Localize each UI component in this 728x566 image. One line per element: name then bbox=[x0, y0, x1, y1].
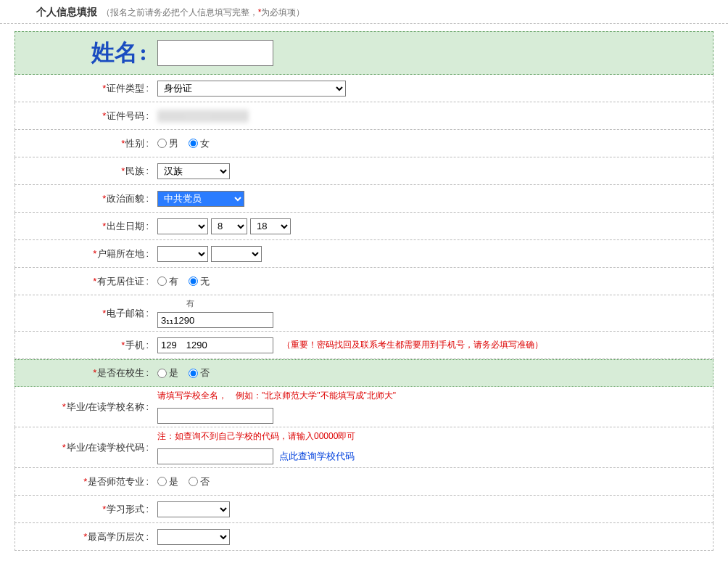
row-edulevel: *最高学历层次: bbox=[15, 523, 713, 551]
select-ethnic[interactable]: 汉族 bbox=[157, 163, 230, 179]
label-huji: 户籍所在地 bbox=[97, 248, 144, 259]
select-huji-prov[interactable] bbox=[157, 246, 208, 262]
label-name: 姓名: bbox=[15, 37, 153, 69]
input-phone[interactable] bbox=[157, 337, 273, 353]
select-edulevel[interactable] bbox=[157, 529, 230, 545]
row-idnum: *证件号码: · · · · · · · · · · · · bbox=[15, 102, 713, 130]
label-idnum: 证件号码 bbox=[107, 110, 144, 121]
row-isnormal: *是否师范专业: 是 否 bbox=[15, 468, 713, 496]
link-query-schoolcode[interactable]: 点此查询学校代码 bbox=[279, 450, 355, 463]
radio-normal-yes[interactable]: 是 bbox=[157, 475, 178, 488]
row-idtype: *证件类型: 身份证 bbox=[15, 75, 713, 102]
res-subnote: 有 bbox=[157, 298, 194, 309]
label-politics: 政治面貌 bbox=[107, 193, 144, 204]
row-birth: *出生日期: 8 18 bbox=[15, 213, 713, 240]
note-phone: （重要！密码找回及联系考生都需要用到手机号，请务必填写准确） bbox=[282, 339, 543, 351]
label-idtype: 证件类型 bbox=[107, 83, 144, 94]
row-isstudent: *是否在校生: 是 否 bbox=[15, 359, 713, 387]
select-politics[interactable]: 中共党员 bbox=[157, 191, 244, 207]
row-gender: *性别: 男 女 bbox=[15, 130, 713, 157]
label-phone: 手机 bbox=[125, 340, 144, 350]
radio-stu-no[interactable]: 否 bbox=[189, 366, 210, 380]
input-schoolcode[interactable] bbox=[157, 448, 273, 464]
row-huji: *户籍所在地: bbox=[15, 240, 713, 268]
note-schoolname: 请填写学校全名， 例如："北京师范大学"不能填写成"北师大" bbox=[157, 390, 396, 402]
page-subtitle: （报名之前请务必把个人信息填写完整，*为必填项） bbox=[102, 7, 305, 17]
select-idtype[interactable]: 身份证 bbox=[157, 81, 346, 97]
label-gender: 性别 bbox=[125, 138, 144, 149]
row-email: *电子邮箱: 有 bbox=[15, 295, 713, 332]
form: 下面内容按照自己的实际情况填写就可以 姓名: *证件类型: 身份证 *证件号码:… bbox=[0, 24, 728, 551]
label-schoolcode: 毕业/在读学校代码 bbox=[67, 442, 145, 453]
radio-female[interactable]: 女 bbox=[189, 137, 210, 150]
input-name[interactable] bbox=[157, 40, 273, 66]
row-ethnic: *民族: 汉族 bbox=[15, 157, 713, 185]
select-birth-day[interactable]: 18 bbox=[250, 218, 291, 234]
select-birth-month[interactable]: 8 bbox=[211, 218, 247, 234]
radio-normal-no[interactable]: 否 bbox=[189, 475, 210, 488]
radio-stu-yes[interactable]: 是 bbox=[157, 366, 178, 380]
label-ethnic: 民族 bbox=[125, 165, 144, 176]
row-schoolname: *毕业/在读学校名称: 请填写学校全名， 例如："北京师范大学"不能填写成"北师… bbox=[15, 387, 713, 427]
input-schoolname[interactable] bbox=[157, 408, 273, 424]
label-email: 电子邮箱 bbox=[107, 308, 144, 319]
input-email[interactable] bbox=[157, 312, 273, 328]
label-birth: 出生日期 bbox=[107, 221, 144, 231]
row-studyform: *学习形式: bbox=[15, 496, 713, 523]
label-residence: 有无居住证 bbox=[97, 276, 144, 287]
row-schoolcode: *毕业/在读学校代码: 注：如查询不到自己学校的代码，请输入00000即可 点此… bbox=[15, 427, 713, 468]
row-politics: *政治面貌: 中共党员 bbox=[15, 185, 713, 213]
label-edulevel: 最高学历层次 bbox=[88, 531, 144, 542]
radio-res-no[interactable]: 无 bbox=[189, 275, 210, 288]
note-schoolcode: 注：如查询不到自己学校的代码，请输入00000即可 bbox=[157, 430, 355, 443]
select-studyform[interactable] bbox=[157, 501, 230, 517]
radio-male[interactable]: 男 bbox=[157, 137, 178, 150]
row-residence: *有无居住证: 有 无 bbox=[15, 268, 713, 295]
row-name: 姓名: bbox=[15, 31, 713, 75]
select-birth-year[interactable] bbox=[157, 218, 208, 234]
page-title: 个人信息填报 bbox=[36, 6, 97, 17]
row-phone: *手机: （重要！密码找回及联系考生都需要用到手机号，请务必填写准确） bbox=[15, 332, 713, 359]
value-idnum: · · · · · · · · · · · · bbox=[157, 110, 249, 123]
label-isstudent: 是否在校生 bbox=[97, 367, 144, 378]
label-schoolname: 毕业/在读学校名称 bbox=[67, 401, 145, 412]
label-studyform: 学习形式 bbox=[107, 504, 144, 514]
radio-res-yes[interactable]: 有 bbox=[157, 275, 178, 288]
page-header: 个人信息填报 （报名之前请务必把个人信息填写完整，*为必填项） bbox=[0, 0, 728, 24]
label-isnormal: 是否师范专业 bbox=[88, 476, 144, 487]
select-huji-city[interactable] bbox=[211, 246, 262, 262]
